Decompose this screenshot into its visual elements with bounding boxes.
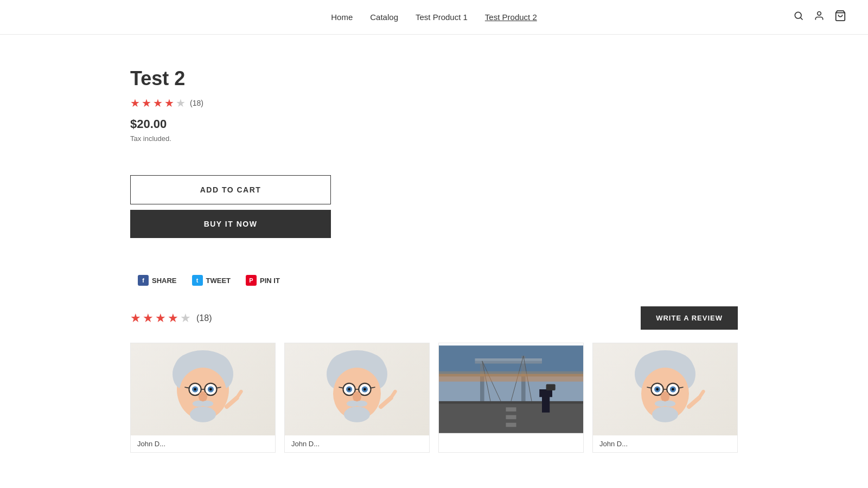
review-card-image [439, 343, 583, 435]
nav-catalog[interactable]: Catalog [370, 12, 398, 22]
svg-line-24 [227, 398, 237, 407]
rev-star-2: ★ [143, 311, 154, 325]
svg-rect-51 [475, 361, 542, 364]
svg-line-46 [391, 391, 395, 398]
review-cards-grid: John D... [130, 343, 738, 453]
review-card: John D... [130, 343, 276, 453]
main-content: Test 2 ★ ★ ★ ★ ★ (18) $20.00 Tax include… [108, 35, 760, 474]
reviews-count: (18) [196, 313, 212, 323]
reviews-stars: ★ ★ ★ ★ ★ [130, 311, 191, 325]
tax-note: Tax included. [130, 134, 738, 143]
buy-it-now-button[interactable]: BUY IT NOW [130, 210, 331, 238]
star-2: ★ [142, 97, 151, 110]
svg-point-14 [209, 388, 212, 391]
svg-line-86 [689, 398, 699, 407]
product-title: Test 2 [130, 67, 738, 90]
tweet-label: TWEET [206, 277, 231, 285]
share-label: SHARE [152, 277, 177, 285]
star-4: ★ [164, 97, 174, 110]
reviewer-name [439, 435, 583, 444]
pin-label: PIN IT [260, 277, 280, 285]
write-review-button[interactable]: WRITE A REVIEW [641, 306, 738, 330]
add-to-cart-button[interactable]: ADD TO CART [130, 175, 331, 204]
reviewer-name: John D... [285, 435, 429, 452]
svg-point-13 [194, 388, 196, 391]
svg-line-45 [381, 398, 391, 407]
nav-product1[interactable]: Test Product 1 [416, 12, 468, 22]
svg-rect-58 [439, 401, 583, 404]
cart-icon[interactable] [834, 10, 846, 24]
svg-point-43 [355, 401, 367, 407]
review-count: (18) [190, 99, 203, 107]
svg-point-82 [661, 391, 669, 402]
svg-point-2 [818, 12, 821, 16]
review-card-image [593, 343, 737, 435]
svg-point-44 [344, 407, 370, 422]
review-card: John D... [284, 343, 430, 453]
review-card: John D... [592, 343, 738, 453]
rating-row: ★ ★ ★ ★ ★ (18) [130, 97, 738, 110]
reviewer-name: John D... [593, 435, 737, 452]
svg-point-35 [363, 388, 366, 391]
star-3: ★ [153, 97, 163, 110]
nav-home[interactable]: Home [331, 12, 353, 22]
svg-rect-61 [506, 423, 516, 427]
pinterest-share-button[interactable]: P PIN IT [238, 271, 288, 290]
svg-line-25 [237, 391, 241, 398]
review-card-image [285, 343, 429, 435]
product-price: $20.00 [130, 117, 738, 131]
pinterest-icon: P [246, 275, 257, 286]
twitter-share-button[interactable]: t TWEET [184, 271, 239, 290]
review-card-image [131, 343, 275, 435]
svg-point-22 [201, 401, 213, 407]
reviews-rating-row: ★ ★ ★ ★ ★ (18) [130, 311, 212, 325]
social-share-row: f SHARE t TWEET P PIN IT [130, 271, 738, 290]
rev-star-3: ★ [155, 311, 166, 325]
svg-rect-63 [539, 389, 552, 397]
twitter-icon: t [192, 275, 203, 286]
facebook-icon: f [138, 275, 149, 286]
star-5: ★ [176, 97, 186, 110]
reviews-header: ★ ★ ★ ★ ★ (18) WRITE A REVIEW [130, 306, 738, 330]
rev-star-1: ★ [130, 311, 141, 325]
svg-point-0 [795, 12, 801, 18]
svg-point-20 [199, 391, 207, 402]
svg-point-76 [672, 388, 674, 391]
facebook-share-button[interactable]: f SHARE [130, 271, 184, 290]
site-header: Home Catalog Test Product 1 Test Product… [0, 0, 868, 35]
svg-line-1 [801, 18, 803, 20]
svg-line-87 [699, 391, 703, 398]
star-rating: ★ ★ ★ ★ ★ [130, 97, 186, 110]
svg-point-84 [663, 401, 675, 407]
svg-point-23 [190, 407, 216, 422]
header-icons [793, 10, 846, 24]
login-icon[interactable] [814, 10, 825, 24]
svg-point-75 [656, 388, 659, 391]
rev-star-4: ★ [168, 311, 178, 325]
svg-point-85 [652, 407, 678, 422]
svg-rect-52 [475, 358, 542, 361]
svg-point-34 [348, 388, 350, 391]
svg-point-41 [353, 391, 361, 402]
star-1: ★ [130, 97, 140, 110]
nav-product2[interactable]: Test Product 2 [485, 12, 537, 22]
rev-star-5: ★ [180, 311, 191, 325]
svg-rect-60 [506, 415, 516, 420]
svg-rect-64 [546, 384, 556, 390]
main-nav: Home Catalog Test Product 1 Test Product… [331, 12, 537, 22]
review-card [438, 343, 584, 453]
search-icon[interactable] [793, 10, 804, 24]
svg-rect-66 [439, 371, 583, 377]
reviewer-name: John D... [131, 435, 275, 452]
svg-rect-59 [506, 407, 516, 412]
